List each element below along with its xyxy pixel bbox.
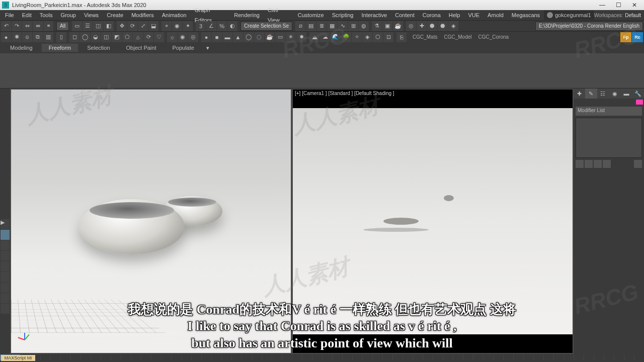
vp-tab-8[interactable]	[1, 304, 10, 314]
menu-animation[interactable]: Animation	[158, 10, 191, 20]
minimize-button[interactable]: —	[595, 1, 610, 10]
cgc-mats[interactable]: CGC_Mats	[410, 34, 440, 40]
corona-button-3[interactable]: ⛭	[22, 32, 32, 42]
configure-sets-button[interactable]	[634, 160, 642, 168]
shape-tool-10[interactable]: ♡	[154, 32, 164, 42]
cgc-corona[interactable]: CGC_Corona	[475, 34, 512, 40]
close-button[interactable]: ✕	[627, 1, 642, 10]
menu-modifiers[interactable]: Modifiers	[127, 10, 158, 20]
menu-rendering[interactable]: Rendering	[230, 10, 264, 20]
corona-button-4[interactable]: ⧉	[33, 32, 43, 42]
motion-tab[interactable]: ◉	[609, 88, 620, 99]
move-button[interactable]: ✥	[117, 21, 127, 31]
viewport-label-left[interactable]: [+] [Perspective ] [Standard ] [Default …	[13, 90, 118, 96]
link-button[interactable]: ⇔	[22, 21, 32, 31]
ref-coord-button[interactable]: ⌖	[162, 21, 172, 31]
align-button[interactable]: ▤	[306, 21, 316, 31]
shape-tool-9[interactable]: ⟳	[143, 32, 153, 42]
menu-scripting[interactable]: Scripting	[328, 10, 358, 20]
select-region-button[interactable]: ◫	[93, 21, 103, 31]
object-color-swatch[interactable]	[636, 100, 643, 105]
corona-button-1[interactable]: ●	[1, 32, 11, 42]
forest-pack-badge[interactable]: Fp	[620, 32, 631, 42]
manipulate-button[interactable]: ✦	[183, 21, 193, 31]
menu-vue[interactable]: VUE	[464, 10, 484, 20]
vue-tool-5[interactable]: ✧	[352, 32, 362, 42]
percent-snap-button[interactable]: %	[217, 21, 227, 31]
unlink-button[interactable]: ⇎	[33, 21, 43, 31]
extra-tool-2[interactable]: ✚	[417, 21, 427, 31]
menu-edit[interactable]: Edit	[18, 10, 36, 20]
bind-button[interactable]: ⚭	[43, 21, 53, 31]
viewport-perspective[interactable]: [+] [Perspective ] [Standard ] [Default …	[11, 89, 291, 353]
snap-toggle-button[interactable]: 3	[196, 21, 206, 31]
viewport-label-right[interactable]: [+] [Camera1 ] [Standard ] [Default Shad…	[295, 90, 394, 96]
ribbon-tab-modeling[interactable]: Modeling	[3, 44, 40, 52]
utilities-tab[interactable]: 🔧	[632, 88, 644, 99]
menu-arnold[interactable]: Arnold	[484, 10, 508, 20]
vue-tool-1[interactable]: ⛰	[309, 32, 319, 42]
remove-modifier-button[interactable]	[603, 160, 611, 168]
render-setup-button[interactable]: ⚗	[372, 21, 382, 31]
display-tab[interactable]: ▬	[620, 88, 632, 99]
corona-button-5[interactable]: ▥	[43, 32, 53, 42]
vue-tool-8[interactable]: ⊡	[383, 32, 393, 42]
modify-tab[interactable]: ✎	[585, 88, 597, 99]
menu-corona[interactable]: Corona	[419, 10, 445, 20]
select-object-button[interactable]: ▭	[72, 21, 82, 31]
prim-box[interactable]: ■	[212, 32, 222, 42]
vp-tab-1[interactable]	[1, 230, 10, 240]
vp-layout-button[interactable]: ▶	[1, 219, 10, 229]
mirror-button[interactable]: ⧄	[295, 21, 305, 31]
ribbon-tab-freeform[interactable]: Freeform	[42, 44, 78, 52]
ribbon-tab-populate[interactable]: Populate	[165, 44, 201, 52]
cgc-model[interactable]: CGC_Model	[441, 34, 474, 40]
menu-file[interactable]: File	[1, 10, 18, 20]
maxscript-listener[interactable]: MAXScript Mi	[1, 355, 35, 361]
menu-megascans[interactable]: Megascans	[508, 10, 544, 20]
timeline-track[interactable]	[20, 354, 644, 360]
prim-tube[interactable]: ◌	[254, 32, 264, 42]
prim-teapot[interactable]: ☕	[265, 32, 275, 42]
vue-tool-3[interactable]: 🌊	[331, 32, 341, 42]
prim-sphere[interactable]: ●	[201, 32, 211, 42]
scale-button[interactable]: ⤢	[138, 21, 148, 31]
make-unique-button[interactable]	[594, 160, 602, 168]
extra-tool-3[interactable]: ⬢	[427, 21, 437, 31]
ribbon-tab-selection[interactable]: Selection	[80, 44, 117, 52]
prim-plane[interactable]: ▭	[275, 32, 285, 42]
ribbon-collapse-icon[interactable]: ▾	[203, 45, 212, 51]
extra-tool-1[interactable]: ◎	[406, 21, 416, 31]
shape-tool-7[interactable]: ⬠	[122, 32, 132, 42]
menu-group[interactable]: Group	[56, 10, 80, 20]
menu-create[interactable]: Create	[103, 10, 127, 20]
angle-snap-button[interactable]: ∠	[206, 21, 216, 31]
vue-tool-4[interactable]: 🌳	[341, 32, 351, 42]
vp-tab-2[interactable]	[1, 240, 10, 250]
prim-torus[interactable]: ◯	[244, 32, 254, 42]
render-button[interactable]: ☕	[393, 21, 403, 31]
prim-star[interactable]: ✹	[296, 32, 306, 42]
maximize-button[interactable]: ☐	[611, 1, 626, 10]
shape-tool-6[interactable]: ◩	[112, 32, 122, 42]
light-tool-3[interactable]: ◎	[188, 32, 198, 42]
project-path[interactable]: E:\3D\Projeler\0320 - Corona Render Engl…	[535, 22, 643, 31]
rotate-button[interactable]: ⟳	[127, 21, 137, 31]
light-tool-2[interactable]: ◉	[178, 32, 188, 42]
pin-stack-button[interactable]	[576, 160, 584, 168]
show-end-result-button[interactable]	[585, 160, 593, 168]
prim-cylinder[interactable]: ▬	[222, 32, 232, 42]
menu-interactive[interactable]: Interactive	[357, 10, 391, 20]
modifier-list-dropdown[interactable]: Modifier List	[576, 107, 642, 116]
vue-tool-7[interactable]: ⬡	[373, 32, 383, 42]
vp-tab-5[interactable]	[1, 272, 10, 282]
placement-button[interactable]: ⬓	[148, 21, 158, 31]
viewport-camera[interactable]: [+] [Camera1 ] [Standard ] [Default Shad…	[293, 89, 573, 353]
pivot-button[interactable]: ◉	[172, 21, 182, 31]
menu-tools[interactable]: Tools	[36, 10, 57, 20]
toggle-ribbon-button[interactable]: ▦	[327, 21, 337, 31]
ribbon-tab-object-paint[interactable]: Object Paint	[119, 44, 164, 52]
time-slider[interactable]: 0 / 100	[0, 354, 644, 361]
render-frame-button[interactable]: ▣	[382, 21, 392, 31]
menu-views[interactable]: Views	[80, 10, 103, 20]
